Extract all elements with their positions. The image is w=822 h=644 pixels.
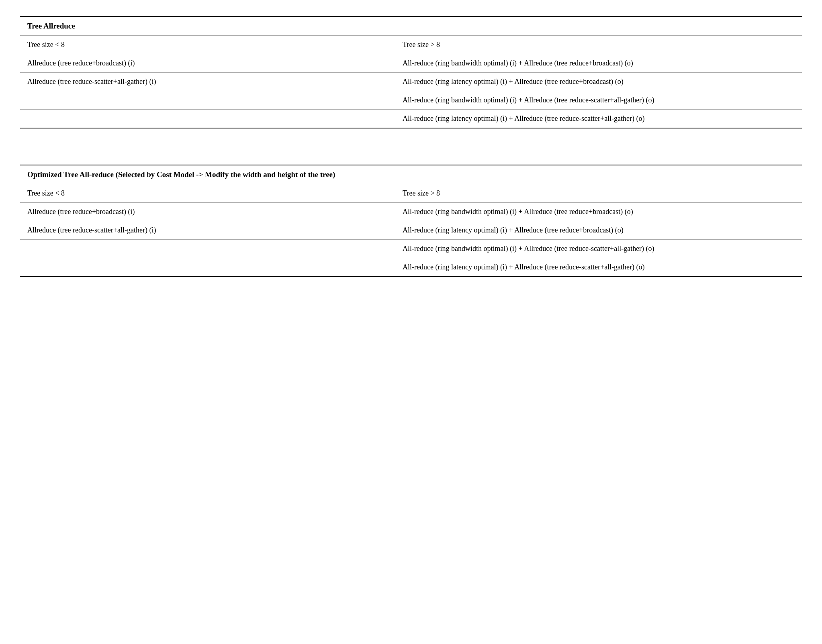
table-row: Allreduce (tree reduce-scatter+all-gathe… [20, 73, 802, 91]
table-row: All-reduce (ring latency optimal) (i) + … [20, 110, 802, 128]
table-spacer [20, 149, 802, 165]
table-2-col-right-header: Tree size > 8 [395, 184, 802, 203]
table-2-row-4-left [20, 258, 395, 277]
table-1-row-3-left [20, 91, 395, 110]
table-row: Allreduce (tree reduce+broadcast) (i) Al… [20, 203, 802, 221]
table-1-row-1-right: All-reduce (ring bandwidth optimal) (i) … [395, 54, 802, 73]
table-2-col-left-header: Tree size < 8 [20, 184, 395, 203]
table-row: Allreduce (tree reduce-scatter+all-gathe… [20, 221, 802, 240]
table-row: Allreduce (tree reduce+broadcast) (i) Al… [20, 54, 802, 73]
table-1-row-4-left [20, 110, 395, 128]
table-1-row-1-left: Allreduce (tree reduce+broadcast) (i) [20, 54, 395, 73]
table-row: All-reduce (ring bandwidth optimal) (i) … [20, 240, 802, 258]
table-2-row-3-left [20, 240, 395, 258]
table-2-row-2-left: Allreduce (tree reduce-scatter+all-gathe… [20, 221, 395, 240]
table-2-row-1-left: Allreduce (tree reduce+broadcast) (i) [20, 203, 395, 221]
table-1-col-left-header: Tree size < 8 [20, 36, 395, 54]
table-1-row-2-left: Allreduce (tree reduce-scatter+all-gathe… [20, 73, 395, 91]
page-content: Tree Allreduce Tree size < 8 Tree size >… [20, 16, 802, 277]
optimized-tree-allreduce-table: Optimized Tree All-reduce (Selected by C… [20, 165, 802, 277]
table-row: All-reduce (ring latency optimal) (i) + … [20, 258, 802, 277]
table-1-row-3-right: All-reduce (ring bandwidth optimal) (i) … [395, 91, 802, 110]
table-2-row-2-right: All-reduce (ring latency optimal) (i) + … [395, 221, 802, 240]
tree-allreduce-table: Tree Allreduce Tree size < 8 Tree size >… [20, 16, 802, 128]
table-2-row-3-right: All-reduce (ring bandwidth optimal) (i) … [395, 240, 802, 258]
table-1-col-right-header: Tree size > 8 [395, 36, 802, 54]
table-1-row-4-right: All-reduce (ring latency optimal) (i) + … [395, 110, 802, 128]
table-1-title: Tree Allreduce [20, 16, 802, 36]
table-2-row-1-right: All-reduce (ring bandwidth optimal) (i) … [395, 203, 802, 221]
table-1-row-2-right: All-reduce (ring latency optimal) (i) + … [395, 73, 802, 91]
table-row: All-reduce (ring bandwidth optimal) (i) … [20, 91, 802, 110]
table-2-row-4-right: All-reduce (ring latency optimal) (i) + … [395, 258, 802, 277]
table-2-title: Optimized Tree All-reduce (Selected by C… [20, 165, 802, 184]
